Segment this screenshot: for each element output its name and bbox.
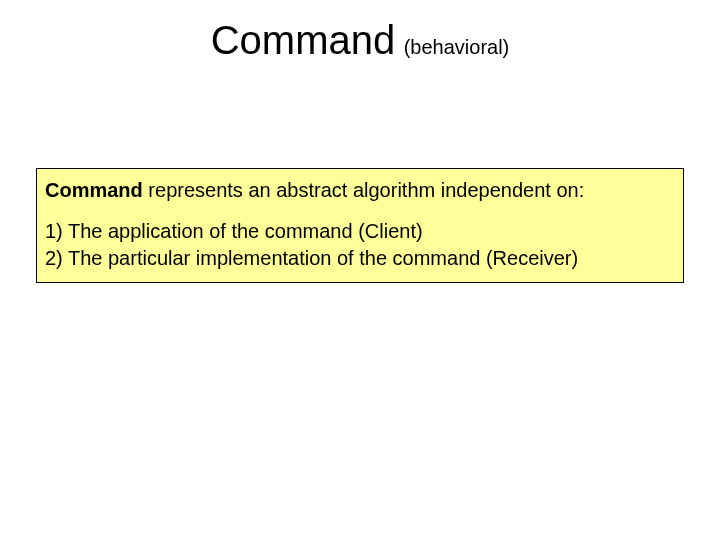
callout-lead-bold: Command — [45, 179, 143, 201]
title-sub: (behavioral) — [404, 36, 510, 58]
callout-lead-rest: represents an abstract algorithm indepen… — [143, 179, 584, 201]
slide: Command (behavioral) Command represents … — [0, 0, 720, 540]
callout-item-2: 2) The particular implementation of the … — [45, 245, 675, 272]
slide-title: Command (behavioral) — [0, 18, 720, 63]
callout-box: Command represents an abstract algorithm… — [36, 168, 684, 283]
callout-lead: Command represents an abstract algorithm… — [45, 177, 675, 204]
title-main: Command — [211, 18, 396, 62]
callout-item-1: 1) The application of the command (Clien… — [45, 218, 675, 245]
